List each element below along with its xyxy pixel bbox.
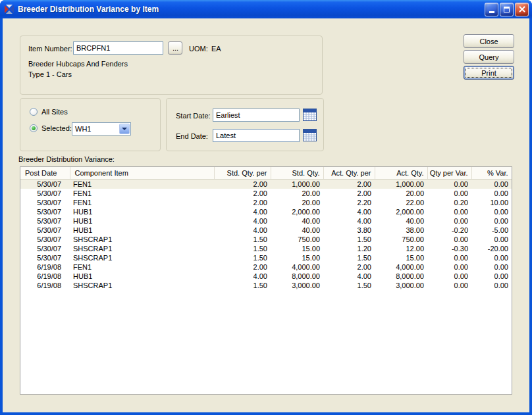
all-sites-label: All Sites (41, 108, 68, 116)
table-row[interactable]: 5/30/07HUB14.002,000.004.002,000.000.000… (20, 207, 512, 216)
grid-cell: 2,000.00 (375, 207, 427, 216)
close-window-button[interactable] (515, 3, 529, 16)
maximize-button[interactable] (500, 3, 514, 16)
grid-column-header[interactable]: Component Item (70, 167, 214, 179)
grid-column-header[interactable]: Std. Qty. per (214, 167, 271, 179)
grid-cell: 4.00 (214, 272, 271, 281)
calendar-icon (303, 109, 317, 121)
uom-label: UOM: (189, 45, 208, 53)
grid-cell: 15.00 (375, 253, 427, 262)
table-row[interactable]: 5/30/07SHSCRAP11.5015.001.5015.000.000.0… (20, 253, 512, 262)
item-number-input[interactable] (73, 41, 163, 55)
app-window: Breeder Distribution Variance by Item It… (0, 0, 532, 415)
grid-cell: 6/19/08 (20, 272, 70, 281)
grid-cell: 0.00 (427, 253, 471, 262)
table-row[interactable]: 5/30/07HUB14.0040.003.8038.00-0.20-5.00 (20, 226, 512, 235)
dates-groupbox: Start Date: End Date: (166, 98, 324, 151)
grid-cell: 2,000.00 (271, 207, 323, 216)
query-button[interactable]: Query (464, 50, 514, 64)
item-browse-button[interactable]: ... (168, 41, 182, 55)
radio-icon (30, 108, 38, 116)
grid-column-header[interactable]: Act. Qty. per (323, 167, 375, 179)
grid-cell: 750.00 (375, 235, 427, 244)
app-icon (4, 4, 14, 14)
grid-cell: HUB1 (70, 272, 214, 281)
grid-cell: 0.00 (427, 207, 471, 216)
grid-cell: 5/30/07 (20, 189, 70, 198)
grid-cell: FEN1 (70, 179, 214, 189)
grid-cell: FEN1 (70, 262, 214, 272)
selected-site-label: Selected: (41, 124, 72, 132)
grid-column-header[interactable]: % Var. (471, 167, 512, 179)
grid-cell: 1.50 (214, 235, 271, 244)
start-date-input[interactable] (213, 109, 300, 122)
grid-cell: 1.50 (214, 281, 271, 290)
grid-cell: 4.00 (214, 216, 271, 226)
grid-column-header[interactable]: Qty per Var. (427, 167, 471, 179)
uom-value: EA (211, 45, 221, 53)
grid-cell: 2.20 (323, 198, 375, 207)
end-date-input[interactable] (213, 129, 300, 142)
table-row[interactable]: 5/30/07FEN12.0020.002.2022.000.2010.00 (20, 198, 512, 207)
grid-column-header[interactable]: Post Date (20, 167, 70, 179)
close-button[interactable]: Close (464, 34, 514, 48)
minimize-button[interactable] (485, 3, 498, 16)
grid-cell: 0.00 (471, 262, 512, 272)
table-row[interactable]: 5/30/07HUB14.0040.004.0040.000.000.00 (20, 216, 512, 226)
table-row[interactable]: 5/30/07SHSCRAP11.50750.001.50750.000.000… (20, 235, 512, 244)
selected-site-radio[interactable]: Selected: (30, 124, 72, 132)
grid-cell: 4.00 (214, 226, 271, 235)
grid-cell: 4.00 (214, 207, 271, 216)
grid-column-header[interactable]: Act. Qty. (375, 167, 427, 179)
grid-header-row: Post DateComponent ItemStd. Qty. perStd.… (20, 167, 512, 179)
grid-cell: 5/30/07 (20, 207, 70, 216)
table-row[interactable]: 6/19/08HUB14.008,000.004.008,000.000.000… (20, 272, 512, 281)
grid-caption: Breeder Distribution Variance: (18, 155, 115, 163)
grid-cell: 5/30/07 (20, 216, 70, 226)
grid-cell: 22.00 (375, 198, 427, 207)
grid-cell: 0.00 (471, 207, 512, 216)
chevron-down-icon (122, 128, 127, 130)
table-row[interactable]: 6/19/08FEN12.004,000.002.004,000.000.000… (20, 262, 512, 272)
end-date-calendar-button[interactable] (302, 129, 317, 142)
start-date-calendar-button[interactable] (302, 109, 317, 122)
dropdown-arrow-button[interactable] (119, 124, 130, 134)
grid-cell: 1.20 (323, 244, 375, 253)
grid-cell: FEN1 (70, 198, 214, 207)
table-row[interactable]: 6/19/08SHSCRAP11.503,000.001.503,000.000… (20, 281, 512, 290)
grid-cell: 0.00 (471, 216, 512, 226)
table-row[interactable]: 5/30/07FEN12.001,000.002.001,000.000.000… (20, 179, 512, 189)
grid-cell: 750.00 (271, 235, 323, 244)
grid-cell: 15.00 (271, 253, 323, 262)
grid-cell: 0.00 (427, 189, 471, 198)
item-number-label: Item Number: (28, 45, 72, 53)
table-row[interactable]: 5/30/07SHSCRAP11.5015.001.2012.00-0.30-2… (20, 244, 512, 253)
calendar-icon (303, 129, 317, 141)
item-description-line2: Type 1 - Cars (28, 70, 72, 78)
start-date-label: Start Date: (176, 112, 211, 120)
site-select[interactable]: WH1 (72, 122, 131, 135)
grid-column-header[interactable]: Std. Qty. (271, 167, 323, 179)
grid-cell: 0.00 (471, 281, 512, 290)
grid-cell: HUB1 (70, 207, 214, 216)
print-button[interactable]: Print (464, 66, 514, 80)
grid-cell: 20.00 (375, 189, 427, 198)
grid-cell: 1.50 (323, 281, 375, 290)
grid-cell: 15.00 (271, 244, 323, 253)
grid-cell: 1.50 (214, 253, 271, 262)
grid-cell: 4.00 (323, 272, 375, 281)
grid-cell: 0.00 (471, 235, 512, 244)
radio-icon (30, 124, 38, 132)
table-row[interactable]: 5/30/07FEN12.0020.002.0020.000.000.00 (20, 189, 512, 198)
grid-cell: 1.50 (323, 235, 375, 244)
grid-cell: 1.50 (323, 253, 375, 262)
grid-cell: 0.00 (471, 253, 512, 262)
grid-cell: 0.00 (427, 216, 471, 226)
all-sites-radio[interactable]: All Sites (30, 108, 68, 116)
titlebar[interactable]: Breeder Distribution Variance by Item (0, 0, 532, 18)
grid-cell: 2.00 (214, 189, 271, 198)
sites-groupbox: All Sites Selected: WH1 (20, 98, 161, 151)
grid-cell: 3,000.00 (271, 281, 323, 290)
grid-cell: 0.00 (471, 179, 512, 189)
item-groupbox: Item Number: ... UOM: EA Breeder Hubcaps… (20, 36, 323, 95)
